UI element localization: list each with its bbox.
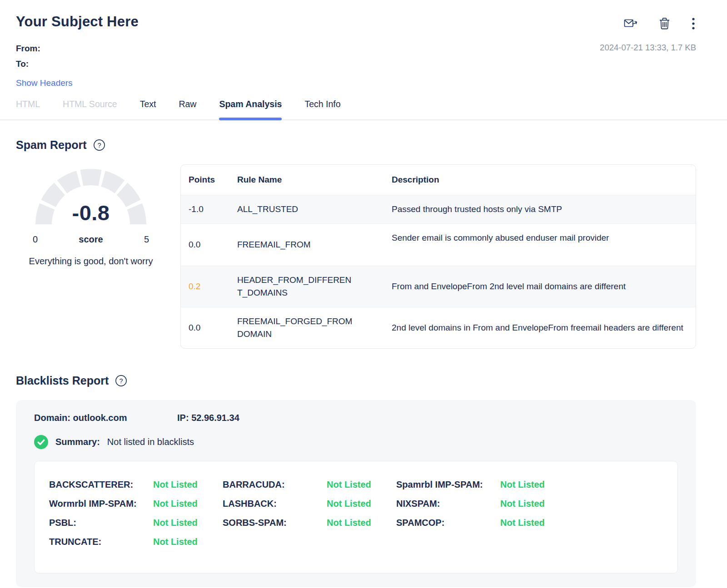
- blacklist-name: BACKSCATTERER:: [49, 479, 153, 490]
- blacklist-status: Not Listed: [500, 518, 545, 528]
- spam-report-help-icon[interactable]: ?: [93, 139, 105, 151]
- blacklist-entry: TRUNCATE:Not Listed: [49, 537, 223, 547]
- table-row: 0.2 HEADER_FROM_DIFFERENT_DOMAINS From a…: [181, 266, 696, 307]
- rule-name: HEADER_FROM_DIFFERENT_DOMAINS: [237, 266, 392, 307]
- forward-email-icon: [624, 18, 637, 30]
- ip-field: IP: 52.96.91.34: [177, 413, 239, 423]
- spam-score-gauge: -0.8 0 score 5 Everything is good, don't…: [16, 164, 166, 268]
- rule-description: From and EnvelopeFrom 2nd level mail dom…: [392, 266, 696, 307]
- column-header-description: Description: [392, 165, 696, 195]
- spam-score-value: -0.8: [34, 200, 148, 225]
- blacklist-status: Not Listed: [327, 499, 371, 509]
- rule-description: Passed through trusted hosts only via SM…: [392, 195, 696, 223]
- blacklist-status: Not Listed: [327, 518, 371, 528]
- kebab-menu-icon: [692, 17, 695, 30]
- blacklist-entry: Spamrbl IMP-SPAM:Not Listed: [396, 479, 570, 490]
- table-row: 0.0 FREEMAIL_FROM Sender email is common…: [181, 223, 696, 266]
- view-tabs: HTML HTML Source Text Raw Spam Analysis …: [0, 99, 727, 120]
- column-header-points: Points: [181, 165, 237, 195]
- rule-points: 0.2: [181, 266, 237, 307]
- blacklist-name: BARRACUDA:: [223, 479, 327, 490]
- blacklists-report-help-icon[interactable]: ?: [115, 375, 127, 387]
- delete-button[interactable]: [657, 16, 672, 31]
- table-row: 0.0 FREEMAIL_FORGED_FROMDOMAIN 2nd level…: [181, 307, 696, 348]
- rule-points: -1.0: [181, 195, 237, 223]
- domain-value: outlook.com: [73, 413, 127, 423]
- address-block: From: To:: [16, 41, 40, 72]
- spam-score-message: Everything is good, don't worry: [23, 254, 159, 268]
- summary-label: Summary:: [55, 437, 100, 447]
- table-row: -1.0 ALL_TRUSTED Passed through trusted …: [181, 195, 696, 223]
- blacklist-name: TRUNCATE:: [49, 537, 153, 547]
- email-detail-page: Your Subject Here: [0, 0, 727, 587]
- blacklist-entry: SPAMCOP:Not Listed: [396, 518, 570, 528]
- trash-icon: [658, 17, 671, 30]
- blacklist-status: Not Listed: [327, 479, 371, 490]
- spam-rules-table: Points Rule Name Description -1.0 ALL_TR…: [180, 164, 696, 349]
- blacklist-name: LASHBACK:: [223, 499, 327, 509]
- blacklist-name: Wormrbl IMP-SPAM:: [49, 499, 153, 509]
- blacklist-entry: BACKSCATTERER:Not Listed: [49, 479, 223, 490]
- blacklist-entry: NIXSPAM:Not Listed: [396, 499, 570, 509]
- svg-text:?: ?: [97, 142, 101, 149]
- from-label: From:: [16, 41, 40, 56]
- blacklist-status: Not Listed: [153, 479, 198, 490]
- page-title: Your Subject Here: [16, 14, 139, 30]
- domain-field: Domain: outlook.com: [34, 413, 177, 423]
- gauge-min-label: 0: [33, 234, 38, 245]
- rule-points: 0.0: [181, 223, 237, 266]
- spam-report-heading: Spam Report: [16, 138, 87, 152]
- rule-name: FREEMAIL_FORGED_FROMDOMAIN: [237, 307, 392, 348]
- column-header-rule-name: Rule Name: [237, 165, 392, 195]
- blacklists-report-heading: Blacklists Report: [16, 374, 109, 387]
- blacklist-name: NIXSPAM:: [396, 499, 500, 509]
- gauge-axis-label: score: [79, 234, 103, 245]
- blacklist-name: Spamrbl IMP-SPAM:: [396, 479, 500, 490]
- blacklist-entry: PSBL:Not Listed: [49, 518, 223, 528]
- to-label: To:: [16, 56, 40, 72]
- blacklist-entry: BARRACUDA:Not Listed: [223, 479, 396, 490]
- blacklist-status: Not Listed: [153, 499, 198, 509]
- rule-description: 2nd level domains in From and EnvelopeFr…: [392, 307, 696, 348]
- svg-text:?: ?: [120, 377, 123, 385]
- rule-description: Sender email is commonly abused enduser …: [392, 223, 696, 266]
- more-options-button[interactable]: [691, 16, 696, 31]
- blacklist-status: Not Listed: [500, 499, 545, 509]
- tab-raw[interactable]: Raw: [179, 99, 196, 119]
- summary-value: Not listed in blacklists: [107, 437, 194, 447]
- header-actions: [623, 14, 696, 31]
- show-headers-link[interactable]: Show Headers: [16, 78, 73, 88]
- rule-name: ALL_TRUSTED: [237, 195, 392, 223]
- success-check-icon: [34, 435, 48, 449]
- tab-html: HTML: [16, 99, 40, 119]
- tab-tech-info[interactable]: Tech Info: [304, 99, 340, 119]
- blacklists-grid: BACKSCATTERER:Not ListedBARRACUDA:Not Li…: [49, 475, 663, 551]
- blacklist-status: Not Listed: [153, 537, 198, 547]
- blacklist-name: SPAMCOP:: [396, 518, 500, 528]
- blacklists-panel: Domain: outlook.com IP: 52.96.91.34 Summ…: [16, 400, 696, 587]
- blacklists-summary: Summary: Not listed in blacklists: [34, 435, 678, 449]
- blacklist-status: Not Listed: [153, 518, 198, 528]
- domain-label: Domain:: [34, 413, 70, 423]
- tab-spam-analysis[interactable]: Spam Analysis: [219, 99, 282, 119]
- ip-value: 52.96.91.34: [191, 413, 239, 423]
- gauge-max-label: 5: [144, 234, 149, 245]
- forward-email-button[interactable]: [623, 17, 638, 30]
- tab-html-source: HTML Source: [63, 99, 117, 119]
- blacklist-name: SORBS-SPAM:: [223, 518, 327, 528]
- table-header-row: Points Rule Name Description: [181, 165, 696, 195]
- blacklists-grid-card: BACKSCATTERER:Not ListedBARRACUDA:Not Li…: [34, 461, 678, 573]
- blacklist-entry: SORBS-SPAM:Not Listed: [223, 518, 396, 528]
- rule-points: 0.0: [181, 307, 237, 348]
- blacklist-name: PSBL:: [49, 518, 153, 528]
- rule-name: FREEMAIL_FROM: [237, 223, 392, 266]
- blacklist-entry: LASHBACK:Not Listed: [223, 499, 396, 509]
- ip-label: IP:: [177, 413, 189, 423]
- blacklist-entry: Wormrbl IMP-SPAM:Not Listed: [49, 499, 223, 509]
- email-timestamp-size: 2024-07-21 13:33, 1.7 KB: [600, 41, 696, 53]
- tab-text[interactable]: Text: [140, 99, 156, 119]
- blacklist-status: Not Listed: [500, 479, 545, 490]
